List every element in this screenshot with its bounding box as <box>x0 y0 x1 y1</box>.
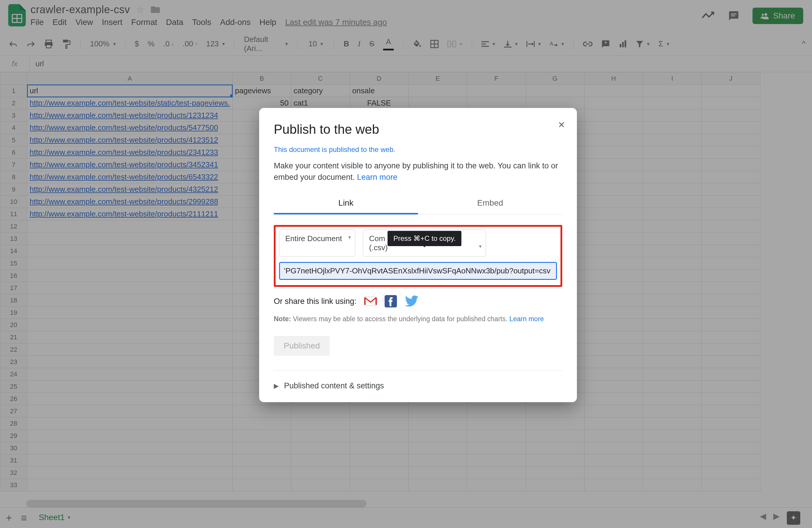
copy-tooltip: Press ⌘+C to copy. <box>388 231 461 246</box>
publish-url-input[interactable]: 'PG7netHOjlxPVY7-OhVqRvtASEnXslxfHiiVswS… <box>279 262 557 280</box>
chevron-right-icon: ▶ <box>274 382 279 390</box>
publish-tabs: Link Embed <box>274 193 562 214</box>
published-content-settings[interactable]: ▶ Published content & settings <box>274 381 562 390</box>
publish-modal: ✕ Publish to the web This document is pu… <box>259 108 577 402</box>
close-icon[interactable]: ✕ <box>558 120 565 130</box>
tab-embed[interactable]: Embed <box>418 193 562 214</box>
app-root: crawler-example-csv ☆ File Edit View Ins… <box>0 0 812 528</box>
gmail-icon[interactable] <box>364 296 377 306</box>
published-button[interactable]: Published <box>274 336 330 356</box>
twitter-icon[interactable] <box>405 295 419 307</box>
share-row: Or share this link using: <box>274 295 562 308</box>
note-learn-more-link[interactable]: Learn more <box>509 315 544 323</box>
modal-title: Publish to the web <box>274 122 562 137</box>
publish-note: Note: Viewers may be able to access the … <box>274 315 562 323</box>
facebook-icon[interactable] <box>385 295 397 308</box>
tab-link[interactable]: Link <box>274 193 418 214</box>
publish-description: Make your content visible to anyone by p… <box>274 160 562 183</box>
share-using-label: Or share this link using: <box>274 297 357 306</box>
highlight-frame: Entire Document Com ma-separated valu es… <box>274 225 562 287</box>
publish-status: This document is published to the web. <box>274 145 562 154</box>
learn-more-link[interactable]: Learn more <box>357 173 397 182</box>
scope-select[interactable]: Entire Document <box>279 230 355 257</box>
